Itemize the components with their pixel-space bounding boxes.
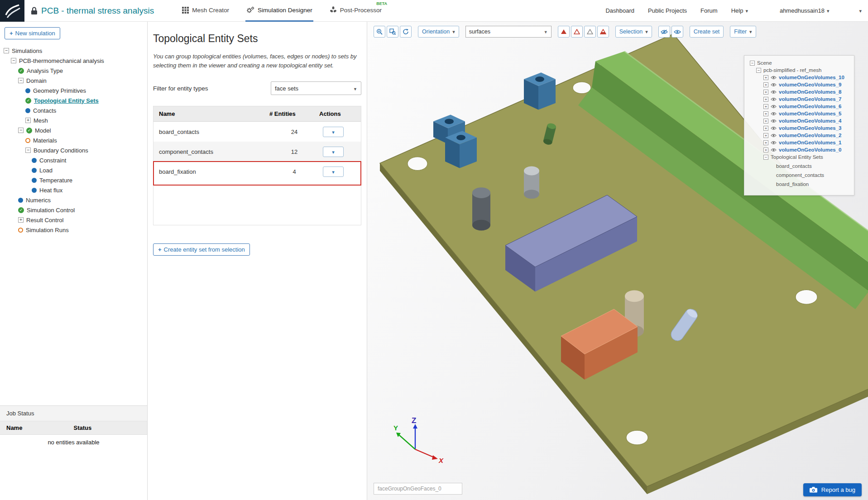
entity-type-select[interactable]: face sets [271, 81, 361, 95]
expand-icon[interactable] [763, 133, 768, 138]
expand-icon[interactable] [18, 217, 24, 223]
mesh-quality-button-4[interactable] [597, 26, 609, 38]
scene-tree-volume[interactable]: volumeOnGeoVolumes_7 [746, 95, 852, 103]
scene-tree-volume[interactable]: volumeOnGeoVolumes_8 [746, 88, 852, 95]
table-row[interactable]: component_contacts 12 [153, 142, 361, 162]
scene-tree-volume[interactable]: volumeOnGeoVolumes_6 [746, 103, 852, 110]
scene-tree-volume[interactable]: volumeOnGeoVolumes_5 [746, 110, 852, 117]
eye-icon[interactable] [771, 119, 777, 123]
tab-mesh-creator[interactable]: Mesh Creator [181, 0, 230, 22]
scene-tree-volume[interactable]: volumeOnGeoVolumes_3 [746, 124, 852, 132]
nav-forum[interactable]: Forum [700, 7, 718, 14]
scene-tree-entity-set[interactable]: board_contacts [746, 161, 852, 170]
nav-public-projects[interactable]: Public Projects [648, 7, 687, 14]
collapse-icon[interactable] [750, 61, 755, 66]
tree-item-simulations[interactable]: Simulations [0, 46, 147, 56]
3d-viewer[interactable]: Orientation surfaces [367, 22, 868, 500]
selection-button[interactable]: Selection [615, 26, 652, 38]
expand-icon[interactable] [763, 90, 768, 95]
render-mode-select[interactable]: surfaces [465, 26, 551, 38]
tree-item-constraint[interactable]: Constraint [0, 155, 147, 165]
table-row-highlighted[interactable]: board_fixation 4 [153, 162, 361, 181]
actions-dropdown[interactable] [323, 147, 344, 157]
tree-item-temperature[interactable]: Temperature [0, 175, 147, 185]
expand-icon[interactable] [763, 104, 768, 109]
collapse-icon[interactable] [18, 78, 24, 83]
show-all-button[interactable] [671, 26, 683, 38]
eye-icon[interactable] [771, 112, 777, 116]
tree-item-heat-flux[interactable]: Heat flux [0, 185, 147, 195]
mesh-quality-button-1[interactable] [558, 26, 570, 38]
collapse-icon[interactable] [756, 68, 761, 73]
scene-tree-entity-set[interactable]: board_fixation [746, 179, 852, 188]
eye-icon[interactable] [771, 148, 777, 152]
new-simulation-button[interactable]: New simulation [5, 27, 60, 39]
expand-icon[interactable] [763, 148, 768, 152]
eye-icon[interactable] [771, 105, 777, 109]
tree-item-boundary-conditions[interactable]: Boundary Conditions [0, 145, 147, 155]
mesh-quality-button-3[interactable] [584, 26, 596, 38]
actions-dropdown[interactable] [323, 127, 344, 137]
app-logo[interactable] [0, 0, 24, 22]
scene-tree-entity-set[interactable]: component_contacts [746, 170, 852, 179]
scene-tree-volume[interactable]: volumeOnGeoVolumes_2 [746, 132, 852, 139]
tree-item-topological-entity-sets[interactable]: Topological Entity Sets [0, 95, 147, 105]
create-entity-set-button[interactable]: Create entity set from selection [153, 243, 250, 256]
create-set-button[interactable]: Create set [690, 26, 724, 38]
cylinder-mesh[interactable] [472, 187, 490, 230]
expand-icon[interactable] [763, 126, 768, 131]
tree-item-numerics[interactable]: Numerics [0, 195, 147, 205]
eye-icon[interactable] [771, 97, 777, 101]
tree-item-load[interactable]: Load [0, 165, 147, 175]
expand-icon[interactable] [763, 75, 768, 80]
expand-icon[interactable] [25, 118, 31, 123]
collapse-icon[interactable] [4, 48, 9, 53]
hide-selected-button[interactable] [658, 26, 670, 38]
expand-icon[interactable] [763, 140, 768, 145]
scene-tree-volume[interactable]: volumeOnGeoVolumes_0 [746, 146, 852, 153]
eye-icon[interactable] [771, 90, 777, 94]
collapse-icon[interactable] [25, 148, 31, 153]
tree-item-contacts[interactable]: Contacts [0, 105, 147, 115]
tree-item-analysis[interactable]: PCB-thermomechanical analysis [0, 56, 147, 66]
eye-icon[interactable] [771, 133, 777, 138]
table-row[interactable]: board_contacts 24 [153, 122, 361, 142]
cylinder-mesh[interactable] [524, 167, 539, 199]
tree-item-geometry-primitives[interactable]: Geometry Primitives [0, 86, 147, 95]
tree-item-analysis-type[interactable]: Analysis Type [0, 66, 147, 76]
tree-item-mesh[interactable]: Mesh [0, 115, 147, 125]
window-menu-button[interactable] [859, 7, 862, 14]
tree-item-simulation-control[interactable]: Simulation Control [0, 205, 147, 215]
nav-dashboard[interactable]: Dashboard [605, 7, 634, 14]
tree-item-simulation-runs[interactable]: Simulation Runs [0, 225, 147, 235]
tab-post-processor[interactable]: Post-Processor BETA [329, 0, 383, 22]
zoom-to-fit-button[interactable] [387, 26, 398, 38]
user-menu[interactable]: ahmedhussain18 [780, 7, 830, 14]
expand-icon[interactable] [763, 97, 768, 102]
eye-icon[interactable] [771, 141, 777, 145]
filter-button[interactable]: Filter [730, 26, 756, 38]
scene-tree-root[interactable]: Scene [746, 59, 852, 67]
scene-tree-volume[interactable]: volumeOnGeoVolumes_9 [746, 81, 852, 88]
orientation-button[interactable]: Orientation [418, 26, 459, 38]
refresh-view-button[interactable] [400, 26, 412, 38]
collapse-icon[interactable] [11, 58, 16, 63]
tree-item-model[interactable]: Model [0, 125, 147, 135]
report-bug-button[interactable]: Report a bug [803, 483, 862, 496]
blue-terminal-mesh[interactable] [524, 72, 556, 110]
collapse-icon[interactable] [18, 128, 24, 133]
scene-tree-volume[interactable]: volumeOnGeoVolumes_1 [746, 139, 852, 146]
face-group-input[interactable] [374, 483, 462, 495]
tab-simulation-designer[interactable]: Simulation Designer [245, 0, 313, 22]
scene-tree-entity-sets[interactable]: Topological Entity Sets [746, 153, 852, 161]
expand-icon[interactable] [763, 82, 768, 87]
collapse-icon[interactable] [763, 155, 768, 160]
expand-icon[interactable] [763, 119, 768, 124]
tree-item-result-control[interactable]: Result Control [0, 215, 147, 225]
scene-tree-volume[interactable]: volumeOnGeoVolumes_4 [746, 117, 852, 124]
tree-item-materials[interactable]: Materials [0, 135, 147, 145]
expand-icon[interactable] [763, 111, 768, 116]
scene-tree-mesh[interactable]: pcb-simplified - ref_mesh [746, 67, 852, 74]
zoom-in-button[interactable] [374, 26, 385, 38]
scene-tree-volume[interactable]: volumeOnGeoVolumes_10 [746, 74, 852, 81]
